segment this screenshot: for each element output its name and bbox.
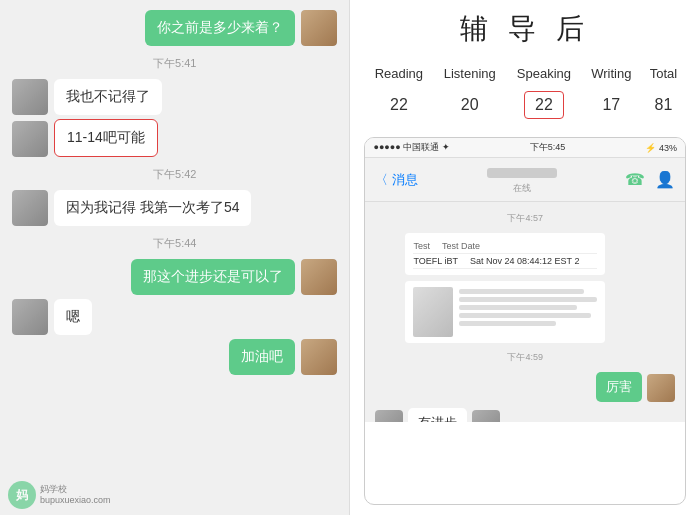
nav-center: 在线 bbox=[487, 164, 557, 195]
chat-area: 你之前是多少来着？ 下午5:41 我也不记得了 11-14吧可能 下午5:42 … bbox=[0, 0, 349, 515]
score-listening: 20 bbox=[433, 85, 506, 125]
timestamp: 下午5:42 bbox=[12, 167, 337, 182]
bubble-right: 那这个进步还是可以了 bbox=[131, 259, 295, 295]
message-row: 你之前是多少来着？ bbox=[12, 10, 337, 46]
essay-line bbox=[459, 297, 597, 302]
watermark-text: 妈学校 bupuxuexiao.com bbox=[40, 484, 111, 506]
col-header-speaking: Speaking bbox=[506, 62, 581, 85]
col-header-writing: Writing bbox=[582, 62, 641, 85]
watermark: 妈 妈学校 bupuxuexiao.com bbox=[8, 481, 111, 509]
phone-timestamp-2: 下午4:59 bbox=[375, 351, 675, 364]
phone-status-bar: ●●●●● 中国联通 ✦ 下午5:45 ⚡ 43% bbox=[365, 138, 685, 158]
phone-chat-area: 下午4:57 Test Test Date TOEFL iBT Sat Nov … bbox=[365, 202, 685, 422]
nav-contact-name bbox=[487, 168, 557, 178]
score-speaking: 22 bbox=[506, 85, 581, 125]
watermark-logo: 妈 bbox=[8, 481, 36, 509]
essay-card bbox=[405, 281, 605, 343]
score-card-header-row: Test Test Date bbox=[413, 239, 597, 254]
bubble-left: 我也不记得了 bbox=[54, 79, 162, 115]
avatar bbox=[301, 259, 337, 295]
right-panel: 辅 导 后 Reading Listening Speaking Writing… bbox=[350, 0, 700, 515]
nav-status: 在线 bbox=[487, 182, 557, 195]
nav-icons: ☎ 👤 bbox=[625, 170, 675, 189]
essay-thumbnail bbox=[413, 287, 453, 337]
message-row: 因为我记得 我第一次考了54 bbox=[12, 190, 337, 226]
score-writing: 17 bbox=[582, 85, 641, 125]
avatar bbox=[301, 339, 337, 375]
avatar bbox=[12, 299, 48, 335]
essay-line bbox=[459, 313, 590, 318]
avatar bbox=[12, 121, 48, 157]
col-header-total: Total bbox=[641, 62, 686, 85]
message-row: 嗯 bbox=[12, 299, 337, 335]
score-card-test-val: TOEFL iBT bbox=[413, 256, 458, 266]
score-total: 81 bbox=[641, 85, 686, 125]
phone-bubble-left-1: 有进步 bbox=[408, 408, 467, 422]
col-header-reading: Reading bbox=[364, 62, 433, 85]
contact-icon[interactable]: 👤 bbox=[655, 170, 675, 189]
essay-line bbox=[459, 321, 556, 326]
score-card-date-label: Test Date bbox=[442, 241, 480, 251]
phone-message-row-left: 有进步 bbox=[375, 408, 675, 422]
phone-message-row-right: 厉害 bbox=[375, 372, 675, 402]
score-card-date-val: Sat Nov 24 08:44:12 EST 2 bbox=[470, 256, 579, 266]
phone-timestamp: 下午4:57 bbox=[375, 212, 675, 225]
col-header-listening: Listening bbox=[433, 62, 506, 85]
avatar bbox=[301, 10, 337, 46]
message-row: 11-14吧可能 bbox=[12, 119, 337, 157]
status-left: ●●●●● 中国联通 ✦ bbox=[373, 141, 449, 154]
phone-bubble-right-1: 厉害 bbox=[596, 372, 642, 402]
essay-line bbox=[459, 289, 583, 294]
avatar bbox=[12, 79, 48, 115]
nav-back-button[interactable]: 〈 消息 bbox=[375, 171, 418, 189]
timestamp: 下午5:44 bbox=[12, 236, 337, 251]
phone-avatar-left-2 bbox=[472, 410, 500, 422]
timestamp: 下午5:41 bbox=[12, 56, 337, 71]
phone-mockup: ●●●●● 中国联通 ✦ 下午5:45 ⚡ 43% 〈 消息 在线 ☎ 👤 下午… bbox=[364, 137, 686, 505]
phone-avatar-left bbox=[375, 410, 403, 422]
score-speaking-highlighted: 22 bbox=[524, 91, 564, 119]
score-card: Test Test Date TOEFL iBT Sat Nov 24 08:4… bbox=[405, 233, 605, 275]
score-table: Reading Listening Speaking Writing Total… bbox=[364, 62, 686, 125]
phone-icon[interactable]: ☎ bbox=[625, 170, 645, 189]
essay-line bbox=[459, 305, 576, 310]
bubble-highlighted: 11-14吧可能 bbox=[54, 119, 158, 157]
phone-nav-bar: 〈 消息 在线 ☎ 👤 bbox=[365, 158, 685, 202]
phone-avatar-right bbox=[647, 374, 675, 402]
avatar bbox=[12, 190, 48, 226]
score-card-value-row: TOEFL iBT Sat Nov 24 08:44:12 EST 2 bbox=[413, 254, 597, 269]
bubble-left: 因为我记得 我第一次考了54 bbox=[54, 190, 251, 226]
bubble-right: 加油吧 bbox=[229, 339, 295, 375]
bubble-left: 嗯 bbox=[54, 299, 92, 335]
message-row: 加油吧 bbox=[12, 339, 337, 375]
score-reading: 22 bbox=[364, 85, 433, 125]
score-card-test-label: Test bbox=[413, 241, 430, 251]
message-row: 那这个进步还是可以了 bbox=[12, 259, 337, 295]
status-right: ⚡ 43% bbox=[645, 143, 677, 153]
left-chat-panel: 你之前是多少来着？ 下午5:41 我也不记得了 11-14吧可能 下午5:42 … bbox=[0, 0, 349, 515]
essay-lines bbox=[459, 287, 597, 337]
message-row: 我也不记得了 bbox=[12, 79, 337, 115]
page-title: 辅 导 后 bbox=[364, 10, 686, 48]
status-time: 下午5:45 bbox=[530, 141, 566, 154]
bubble-right: 你之前是多少来着？ bbox=[145, 10, 295, 46]
